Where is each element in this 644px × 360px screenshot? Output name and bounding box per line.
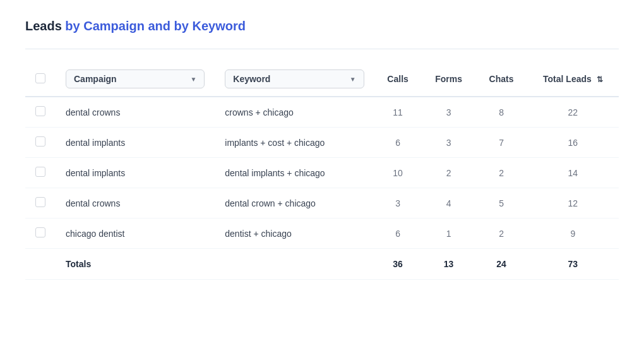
totals-row: Totals 36 13 24 73	[25, 249, 619, 280]
totals-checkbox-cell	[25, 249, 56, 280]
row-checkbox[interactable]	[35, 227, 45, 237]
row-checkbox[interactable]	[35, 136, 45, 147]
title-prefix: Leads	[25, 19, 65, 33]
row-forms: 1	[422, 219, 476, 249]
row-keyword: dentist + chicago	[215, 219, 374, 249]
row-forms: 4	[422, 188, 476, 219]
row-total-leads: 22	[527, 97, 619, 128]
calls-label: Calls	[387, 74, 408, 84]
row-chats: 8	[475, 97, 527, 128]
totals-forms: 13	[422, 249, 476, 280]
row-campaign: dental crowns	[56, 97, 215, 128]
totals-keyword	[215, 249, 374, 280]
row-campaign: chicago dentist	[56, 219, 215, 249]
row-chats: 5	[475, 188, 527, 219]
totals-label: Totals	[56, 249, 215, 280]
th-calls: Calls	[374, 62, 422, 97]
table-body: dental crowns crowns + chicago 11 3 8 22…	[25, 97, 619, 280]
row-checkbox[interactable]	[35, 106, 45, 116]
row-checkbox-cell	[25, 188, 56, 219]
row-checkbox-cell	[25, 158, 56, 188]
row-campaign: dental implants	[56, 128, 215, 158]
keyword-dropdown-label: Keyword	[233, 74, 270, 84]
row-checkbox[interactable]	[35, 167, 45, 177]
row-forms: 2	[422, 158, 476, 188]
row-total-leads: 12	[527, 188, 619, 219]
leads-table: Campaign ▼ Keyword ▼ Calls Forms Chats T…	[25, 62, 619, 280]
keyword-dropdown-arrow: ▼	[350, 76, 356, 83]
campaign-dropdown-label: Campaign	[74, 74, 117, 84]
row-calls: 3	[374, 188, 422, 219]
sort-icon: ⇅	[597, 75, 603, 84]
th-total-leads[interactable]: Total Leads ⇅	[527, 62, 619, 97]
campaign-dropdown-arrow: ▼	[190, 76, 196, 83]
divider	[25, 49, 619, 49]
page-title: Leads by Campaign and by Keyword	[25, 19, 619, 33]
table-row: dental implants implants + cost + chicag…	[25, 128, 619, 158]
keyword-dropdown[interactable]: Keyword ▼	[225, 69, 364, 88]
totals-total-leads: 73	[527, 249, 619, 280]
totals-chats: 24	[475, 249, 527, 280]
row-forms: 3	[422, 128, 476, 158]
row-chats: 2	[475, 219, 527, 249]
chats-label: Chats	[489, 74, 514, 84]
row-total-leads: 9	[527, 219, 619, 249]
table-row: dental crowns dental crown + chicago 3 4…	[25, 188, 619, 219]
row-keyword: dental implants + chicago	[215, 158, 374, 188]
row-calls: 11	[374, 97, 422, 128]
table-row: dental implants dental implants + chicag…	[25, 158, 619, 188]
row-keyword: dental crown + chicago	[215, 188, 374, 219]
forms-label: Forms	[435, 74, 462, 84]
table-row: dental crowns crowns + chicago 11 3 8 22	[25, 97, 619, 128]
row-checkbox-cell	[25, 219, 56, 249]
row-total-leads: 16	[527, 128, 619, 158]
total-leads-label: Total Leads	[543, 74, 592, 84]
row-forms: 3	[422, 97, 476, 128]
totals-calls: 36	[374, 249, 422, 280]
th-keyword: Keyword ▼	[215, 62, 374, 97]
row-chats: 2	[475, 158, 527, 188]
table-row: chicago dentist dentist + chicago 6 1 2 …	[25, 219, 619, 249]
row-campaign: dental implants	[56, 158, 215, 188]
row-chats: 7	[475, 128, 527, 158]
row-calls: 6	[374, 128, 422, 158]
row-checkbox-cell	[25, 128, 56, 158]
table-header-row: Campaign ▼ Keyword ▼ Calls Forms Chats T…	[25, 62, 619, 97]
row-keyword: implants + cost + chicago	[215, 128, 374, 158]
row-campaign: dental crowns	[56, 188, 215, 219]
row-calls: 10	[374, 158, 422, 188]
row-checkbox[interactable]	[35, 197, 45, 207]
row-total-leads: 14	[527, 158, 619, 188]
th-chats: Chats	[475, 62, 527, 97]
row-keyword: crowns + chicago	[215, 97, 374, 128]
select-all-checkbox[interactable]	[35, 73, 45, 83]
row-calls: 6	[374, 219, 422, 249]
row-checkbox-cell	[25, 97, 56, 128]
th-forms: Forms	[422, 62, 476, 97]
title-highlight: by Campaign and by Keyword	[65, 19, 246, 33]
th-campaign: Campaign ▼	[56, 62, 215, 97]
campaign-dropdown[interactable]: Campaign ▼	[66, 69, 205, 88]
th-checkbox	[25, 62, 56, 97]
